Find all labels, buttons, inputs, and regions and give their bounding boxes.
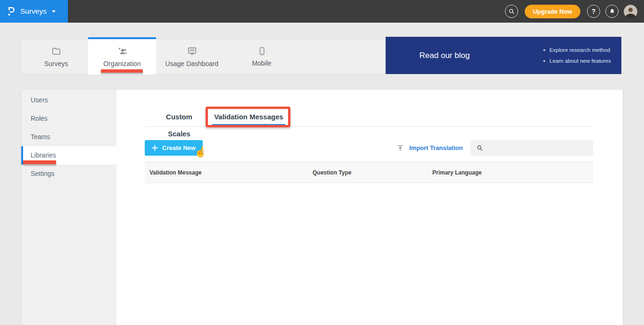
column-header-question-type: Question Type [313, 162, 351, 183]
banner-title: Read our blog [405, 37, 485, 74]
primary-nav: Surveys Organization [21, 39, 386, 74]
notifications-button[interactable] [605, 5, 619, 18]
import-translation-link[interactable]: Import Translation [396, 140, 462, 156]
column-header-validation-message: Validation Message [149, 162, 202, 183]
bell-icon [609, 8, 616, 15]
banner-bullet: Explore research method [543, 47, 611, 54]
import-translation-label: Import Translation [409, 144, 462, 151]
people-add-icon [116, 47, 128, 57]
nav-tab-usage-dashboard[interactable]: Usage Dashboard [156, 40, 228, 74]
mobile-icon [257, 46, 267, 56]
annotation-underline-libraries [23, 160, 56, 164]
nav-tab-surveys[interactable]: Surveys [23, 40, 89, 74]
dashboard-icon [187, 46, 198, 57]
help-button[interactable]: ? [587, 5, 600, 18]
search-field [471, 140, 593, 156]
search-input[interactable] [487, 140, 593, 156]
banner-bullets: Explore research method Learn about new … [543, 47, 611, 65]
nav-tab-label: Surveys [44, 60, 68, 67]
help-icon: ? [592, 8, 596, 15]
main-panel: Users Roles Teams Libraries Settings Cus… [21, 90, 623, 325]
product-switcher[interactable]: Surveys [0, 0, 68, 23]
column-header-primary-language: Primary Language [432, 162, 482, 183]
blog-banner[interactable]: Read our blog Explore research method Le… [386, 37, 621, 74]
chevron-down-icon [52, 10, 56, 13]
annotation-underline-organization [101, 69, 143, 73]
upload-icon [396, 144, 404, 152]
search-icon [476, 144, 484, 152]
create-new-label: Create New [162, 144, 196, 151]
search-button[interactable] [505, 5, 518, 18]
sidebar-item-roles[interactable]: Roles [21, 109, 116, 128]
nav-tab-label: Mobile [252, 59, 271, 67]
libraries-content: Custom Scales Validation Messages Create… [116, 90, 623, 325]
create-new-button[interactable]: Create New [145, 140, 203, 156]
sidebar-item-users[interactable]: Users [21, 91, 116, 109]
upgrade-now-button[interactable]: Upgrade Now [525, 5, 580, 18]
product-label: Surveys [20, 7, 47, 16]
nav-tab-label: Usage Dashboard [165, 60, 219, 67]
nav-tab-label: Organization [103, 60, 140, 67]
organization-sidebar: Users Roles Teams Libraries Settings [21, 90, 116, 325]
tabs-divider [145, 126, 593, 127]
search-icon [508, 8, 515, 15]
nav-tab-mobile[interactable]: Mobile [228, 40, 296, 74]
questionpro-logo-icon [7, 6, 16, 17]
topbar-actions: Upgrade Now ? [505, 0, 637, 23]
tab-custom-scales[interactable]: Custom Scales [157, 108, 202, 125]
sidebar-item-settings[interactable]: Settings [21, 165, 116, 183]
banner-bullet: Learn about new features [543, 58, 611, 65]
avatar[interactable] [624, 5, 637, 18]
folder-icon [51, 46, 62, 57]
plus-icon [152, 145, 158, 151]
sidebar-item-teams[interactable]: Teams [21, 128, 116, 146]
validation-messages-table-header: Validation Message Question Type Primary… [145, 161, 593, 183]
tab-validation-messages[interactable]: Validation Messages [212, 108, 285, 125]
topbar: Surveys Upgrade Now ? [0, 0, 644, 23]
